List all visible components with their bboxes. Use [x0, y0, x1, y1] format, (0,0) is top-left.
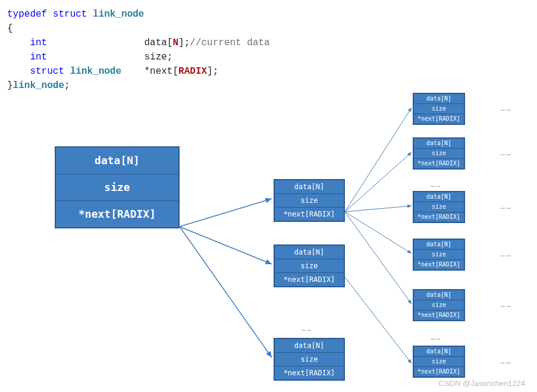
cell-next: *next[RADIX] [414, 367, 464, 377]
kw-struct: struct [53, 9, 87, 20]
brace-open: { [7, 23, 13, 34]
cell-next: *next[RADIX] [275, 273, 344, 286]
cell-size: size [414, 104, 464, 114]
field-next: *next [144, 66, 172, 77]
cell-next: *next[RADIX] [275, 366, 344, 380]
dots: …… [501, 149, 511, 158]
cell-size: size [275, 259, 344, 273]
comment: //current data [190, 37, 269, 48]
diagram: data[N] size *next[RADIX] data[N] size *… [7, 93, 530, 390]
cell-data: data[N] [414, 290, 464, 300]
cell-next: *next[RADIX] [414, 212, 464, 222]
dots: …… [501, 203, 511, 211]
type-name: link_node [13, 80, 64, 91]
mid-node: data[N] size *next[RADIX] [274, 244, 345, 287]
svg-line-0 [180, 199, 272, 227]
cell-data: data[N] [414, 139, 464, 149]
cell-data: data[N] [275, 246, 344, 259]
dots: …… [431, 181, 441, 189]
code-block: typedef struct link_node { int data[N];/… [7, 7, 530, 93]
rbracket: ] [207, 66, 213, 77]
rbracket: ] [178, 37, 184, 48]
svg-line-2 [180, 227, 272, 357]
kw-typedef: typedef [7, 9, 47, 20]
cell-data: data[N] [414, 192, 464, 202]
semi: ; [167, 52, 173, 62]
cell-size: size [414, 250, 464, 260]
svg-line-6 [345, 212, 412, 253]
brace-close: } [7, 80, 13, 91]
cell-next: *next[RADIX] [414, 159, 464, 168]
cell-size: size [275, 353, 344, 366]
cell-next: *next[RADIX] [275, 208, 344, 221]
small-node: data[N] size *next[RADIX] [413, 191, 465, 223]
cell-size: size [275, 194, 344, 208]
cell-size: size [56, 174, 178, 201]
small-node: data[N] size *next[RADIX] [413, 239, 465, 271]
kw-int: int [30, 52, 47, 62]
kw-int: int [30, 37, 47, 48]
dots: …… [501, 250, 511, 259]
svg-line-4 [345, 152, 412, 212]
field-size: size [144, 52, 167, 62]
small-node: data[N] size *next[RADIX] [413, 93, 465, 125]
cell-data: data[N] [414, 94, 464, 104]
cell-data: data[N] [414, 347, 464, 357]
svg-line-5 [345, 206, 412, 212]
mid-node: data[N] size *next[RADIX] [274, 179, 345, 222]
cell-size: size [414, 300, 464, 311]
small-node: data[N] size *next[RADIX] [413, 289, 465, 321]
semi: ; [213, 66, 219, 77]
cell-data: data[N] [275, 339, 344, 353]
small-node: data[N] size *next[RADIX] [413, 346, 465, 378]
watermark: CSDN @Jasonchen1224 [439, 379, 525, 388]
dots: …… [501, 357, 511, 366]
dots: …… [302, 325, 312, 333]
small-node: data[N] size *next[RADIX] [413, 137, 465, 170]
svg-line-3 [345, 108, 412, 212]
lbracket: [ [172, 66, 178, 77]
cell-size: size [414, 149, 464, 159]
cell-data: data[N] [414, 240, 464, 250]
semi: ; [184, 37, 190, 48]
type-name: link_node [70, 66, 121, 77]
macro-radix: RADIX [178, 66, 207, 77]
root-node: data[N] size *next[RADIX] [55, 146, 180, 228]
cell-size: size [414, 202, 464, 212]
dots: …… [501, 105, 511, 113]
dots: …… [431, 334, 441, 342]
cell-next: *next[RADIX] [56, 201, 178, 227]
svg-line-7 [345, 212, 412, 304]
type-name: link_node [93, 9, 144, 20]
semi: ; [64, 80, 70, 91]
field-data: data [144, 37, 167, 48]
cell-next: *next[RADIX] [414, 114, 464, 124]
svg-line-8 [345, 277, 412, 363]
kw-struct: struct [30, 66, 64, 77]
dots: …… [501, 301, 511, 309]
cell-size: size [414, 357, 464, 367]
cell-data: data[N] [56, 148, 178, 174]
svg-line-1 [180, 227, 272, 264]
macro-n: N [172, 37, 178, 48]
cell-next: *next[RADIX] [414, 311, 464, 320]
mid-node: data[N] size *next[RADIX] [274, 338, 345, 381]
cell-next: *next[RADIX] [414, 260, 464, 269]
cell-data: data[N] [275, 180, 344, 194]
